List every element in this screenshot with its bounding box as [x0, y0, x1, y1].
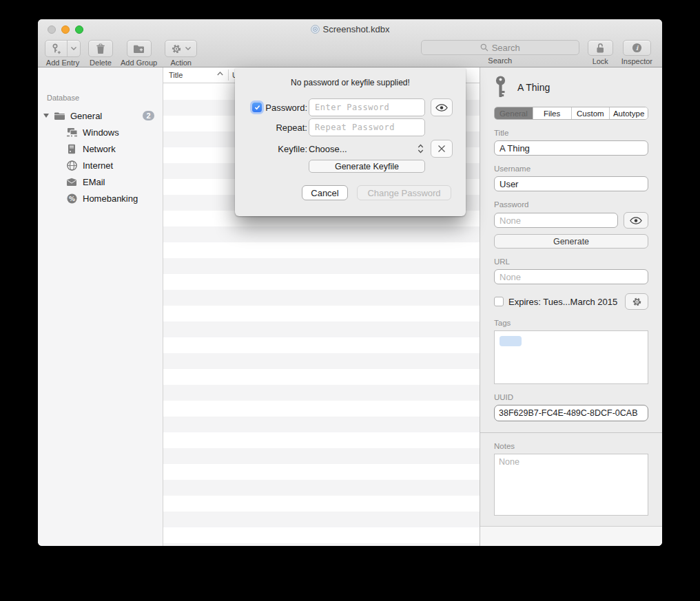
expires-settings-button[interactable] [625, 293, 648, 310]
globe-icon [65, 160, 78, 171]
search-placeholder: Search [492, 43, 520, 53]
add-group-button[interactable] [127, 40, 152, 57]
change-password-button[interactable]: Change Password [357, 185, 451, 200]
sidebar-item-internet[interactable]: Internet [38, 157, 163, 173]
disclosure-triangle-icon[interactable] [43, 114, 49, 118]
inspector-footer [480, 526, 662, 546]
url-label: URL [494, 257, 648, 266]
window-header: Screenshot.kdbx Add Entry [38, 19, 662, 67]
uuid-field[interactable] [494, 405, 648, 421]
repeat-label: Repeat: [276, 123, 307, 133]
toolbar: Add Entry Delete Add Group [38, 39, 662, 67]
tab-general[interactable]: General [495, 107, 533, 119]
clear-keyfile-button[interactable] [431, 140, 453, 158]
delete-button[interactable] [88, 40, 113, 57]
sidebar-item-homebanking[interactable]: % Homebanking [38, 190, 163, 207]
tab-autotype[interactable]: Autotype [609, 107, 648, 119]
document-icon [311, 25, 320, 34]
percent-icon: % [65, 193, 78, 204]
sidebar-item-email[interactable]: EMail [38, 173, 163, 190]
password-field[interactable] [494, 213, 618, 228]
sidebar-item-label: Homebanking [83, 193, 138, 204]
url-field[interactable] [494, 269, 648, 284]
reveal-password-button[interactable] [624, 212, 648, 229]
inspector-label: Inspector [621, 57, 652, 65]
entry-count-badge: 2 [143, 111, 154, 120]
sidebar-item-label: Network [83, 144, 116, 154]
keyfile-dropdown[interactable]: Choose... [309, 144, 425, 154]
sidebar-item-label: Windows [83, 127, 119, 138]
sidebar-item-windows[interactable]: Windows [38, 124, 163, 140]
sheet-message: No password or keyfile supplied! [235, 78, 466, 87]
sidebar-section-header: Database [47, 94, 163, 102]
delete-tool: Delete [88, 40, 113, 67]
tab-files[interactable]: Files [533, 107, 571, 119]
cancel-button[interactable]: Cancel [302, 185, 348, 200]
password-checkbox[interactable] [252, 103, 262, 112]
entry-header: A Thing [494, 74, 648, 101]
add-group-label: Add Group [121, 59, 157, 67]
tags-label: Tags [494, 319, 648, 327]
keyfile-label: Keyfile: [278, 144, 307, 154]
tab-custom[interactable]: Custom [571, 107, 610, 119]
inspector-button[interactable]: i [623, 40, 651, 56]
search-input[interactable]: Search [421, 40, 579, 55]
eye-icon [630, 217, 642, 224]
action-tool: Action [165, 40, 197, 67]
tag-pill[interactable] [500, 336, 522, 346]
change-password-sheet: No password or keyfile supplied! Passwor… [235, 68, 466, 216]
title-label: Title [494, 129, 648, 137]
entry-title: A Thing [517, 82, 550, 93]
password-label: Password [494, 200, 648, 209]
sidebar-item-general[interactable]: General 2 [38, 107, 163, 124]
sidebar-item-label: EMail [83, 177, 105, 187]
search-label: Search [488, 56, 512, 65]
add-entry-tool: Add Entry [45, 40, 81, 67]
checkmark-icon [254, 105, 260, 110]
expires-label: Expires: Tues...March 2015 [508, 297, 617, 307]
lock-label: Lock [593, 57, 608, 65]
windows-icon [65, 127, 78, 137]
inspector-divider [480, 432, 662, 433]
window-title: Screenshot.kdbx [38, 24, 662, 34]
add-entry-button[interactable] [45, 40, 81, 57]
generate-password-button[interactable]: Generate [494, 234, 648, 249]
column-header-title[interactable]: Title [169, 71, 183, 79]
search-tool: Search Search [421, 40, 579, 65]
notes-label: Notes [494, 442, 648, 450]
key-plus-icon [45, 41, 67, 56]
search-icon [480, 43, 488, 52]
sidebar-item-network[interactable]: Network [38, 140, 163, 157]
column-divider[interactable] [228, 70, 229, 81]
server-icon [65, 144, 78, 154]
username-field[interactable] [494, 176, 648, 191]
action-label: Action [170, 59, 192, 67]
notes-field[interactable] [494, 454, 648, 516]
delete-label: Delete [90, 59, 112, 67]
keyfile-selected-value: Choose... [309, 144, 347, 154]
inspector-panel: A Thing General Files Custom Autotype Ti… [480, 67, 662, 546]
action-button[interactable] [165, 40, 197, 57]
enter-password-field[interactable] [309, 98, 425, 116]
window-title-text: Screenshot.kdbx [323, 24, 390, 34]
generate-keyfile-button[interactable]: Generate Keyfile [309, 160, 425, 173]
key-icon [494, 76, 507, 99]
add-entry-label: Add Entry [46, 59, 79, 67]
username-label: Username [494, 165, 648, 173]
folder-icon [53, 112, 65, 120]
sheet-password-label: Password: [265, 103, 307, 113]
add-entry-dropdown[interactable] [67, 41, 80, 56]
expires-checkbox[interactable] [494, 297, 504, 306]
title-field[interactable] [494, 140, 648, 156]
tags-box[interactable] [494, 330, 648, 384]
sidebar-item-label: General [70, 111, 102, 121]
gear-icon [171, 43, 182, 54]
gear-icon [632, 297, 642, 307]
repeat-password-field[interactable] [309, 118, 425, 136]
reveal-sheet-password-button[interactable] [431, 98, 453, 116]
sort-ascending-icon [217, 72, 223, 76]
sidebar: Database General 2 Windows Network I [38, 67, 163, 546]
uuid-label: UUID [494, 393, 648, 401]
lock-button[interactable] [588, 40, 613, 56]
envelope-icon [65, 178, 78, 186]
